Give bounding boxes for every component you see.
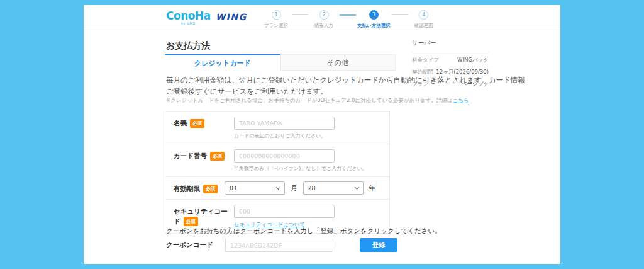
- logo-conoha: ConoHa: [166, 11, 211, 21]
- step-3-label: 支払い方法選択: [357, 23, 391, 29]
- server-summary-panel: サーバー 料金タイプ WINGパック 契約期間 12ヶ月(2026/09/30)…: [412, 39, 489, 88]
- security-code-input[interactable]: [234, 205, 335, 218]
- row-label: 契約期間: [412, 69, 433, 76]
- step-1-circle: 1: [272, 10, 281, 20]
- card-number-helper-text: 半角数字のみ（「-(ハイフン)」なし）でご入力ください。: [234, 165, 381, 172]
- row-label: 料金タイプ: [412, 57, 439, 64]
- server-row-price-type: 料金タイプ WINGパック: [412, 57, 489, 64]
- form-row-expiry: 有効期限必須 01 月 28 年: [165, 177, 389, 200]
- step-3-circle: 3: [369, 10, 379, 20]
- step-1-label: プラン選択: [264, 23, 288, 29]
- required-badge: 必須: [210, 152, 225, 161]
- step-2-circle: 2: [319, 10, 329, 20]
- step-2-label: 情報入力: [314, 23, 333, 29]
- row-value: ベーシック: [462, 81, 489, 88]
- chevron-down-icon: [354, 185, 358, 190]
- required-badge: 必須: [190, 119, 204, 128]
- payment-tabs: クレジットカード その他: [165, 54, 396, 71]
- header-bar: ConoHa by GMO WING 1 プラン選択 2 情報入力 3: [84, 5, 560, 30]
- form-row-card-number: カード番号必須 半角数字のみ（「-(ハイフン)」なし）でご入力ください。: [165, 144, 389, 177]
- coupon-register-button[interactable]: 登録: [360, 238, 397, 252]
- note-text: ※クレジットカードをご利用される場合、お手持ちのカードが3Dセキュア2.0に対応…: [166, 97, 453, 103]
- step-payment-select: 3 支払い方法選択: [357, 10, 391, 29]
- credit-card-form: 名義必須 カードの表記のとおりご入力ください。 カード番号必須 半角数字のみ（「…: [165, 111, 390, 234]
- step-connector: [340, 14, 356, 16]
- step-plan-select: 1 プラン選択: [262, 10, 291, 29]
- month-unit-label: 月: [291, 184, 297, 193]
- required-badge: 必須: [203, 185, 218, 193]
- server-row-contract-period: 契約期間 12ヶ月(2026/09/30): [412, 69, 489, 76]
- note-detail-link[interactable]: こちら: [453, 97, 469, 103]
- card-number-label: カード番号必須: [174, 149, 234, 172]
- step-connector: [292, 14, 308, 15]
- row-label: プラン: [412, 81, 428, 88]
- coupon-code-input[interactable]: [225, 239, 333, 252]
- step-info-input: 2 情報入力: [309, 10, 338, 29]
- step-4-circle: 4: [419, 10, 428, 20]
- conoha-logo-text: ConoHa by GMO: [166, 11, 211, 25]
- year-unit-label: 年: [369, 184, 376, 193]
- name-label: 名義必須: [174, 116, 234, 139]
- form-row-name: 名義必須 カードの表記のとおりご入力ください。: [165, 112, 389, 144]
- step-4-label: 確認画面: [414, 23, 433, 29]
- coupon-row: クーポンコード 登録: [166, 238, 397, 252]
- required-badge: 必須: [184, 217, 198, 226]
- tab-credit-card[interactable]: クレジットカード: [165, 54, 280, 71]
- page-title: お支払方法: [166, 40, 210, 52]
- coupon-description: クーポンをお持ちの方はクーポンコードを入力し「登録」ボタンをクリックしてください…: [166, 227, 441, 236]
- security-code-label: セキュリティコード必須: [174, 204, 234, 229]
- logo-wing: WING: [216, 12, 247, 22]
- step-confirm: 4 確認画面: [409, 10, 438, 29]
- logo-by-gmo: by GMO: [181, 21, 196, 25]
- server-row-plan: プラン ベーシック: [412, 81, 489, 88]
- row-value: 12ヶ月(2026/09/30): [436, 69, 489, 76]
- coupon-code-label: クーポンコード: [166, 241, 225, 249]
- card-holder-name-input[interactable]: [234, 117, 335, 130]
- server-panel-title: サーバー: [412, 39, 489, 52]
- signup-card: ConoHa by GMO WING 1 プラン選択 2 情報入力 3: [84, 5, 560, 264]
- card-number-input[interactable]: [234, 149, 335, 163]
- conoha-wing-logo[interactable]: ConoHa by GMO WING: [166, 11, 247, 25]
- expiry-year-select[interactable]: 28: [303, 181, 364, 195]
- row-value: WINGパック: [457, 57, 489, 64]
- name-helper-text: カードの表記のとおりご入力ください。: [234, 132, 381, 139]
- expiry-label: 有効期限必須: [174, 181, 225, 195]
- signup-stepper: 1 プラン選択 2 情報入力 3 支払い方法選択 4 確認画面: [262, 10, 438, 29]
- tab-other[interactable]: その他: [280, 54, 396, 71]
- step-connector: [392, 14, 408, 15]
- expiry-month-select[interactable]: 01: [225, 181, 285, 195]
- 3d-secure-note: ※クレジットカードをご利用される場合、お手持ちのカードが3Dセキュア2.0に対応…: [166, 97, 469, 105]
- chevron-down-icon: [276, 185, 280, 190]
- page-background: ConoHa by GMO WING 1 プラン選択 2 情報入力 3: [0, 0, 644, 269]
